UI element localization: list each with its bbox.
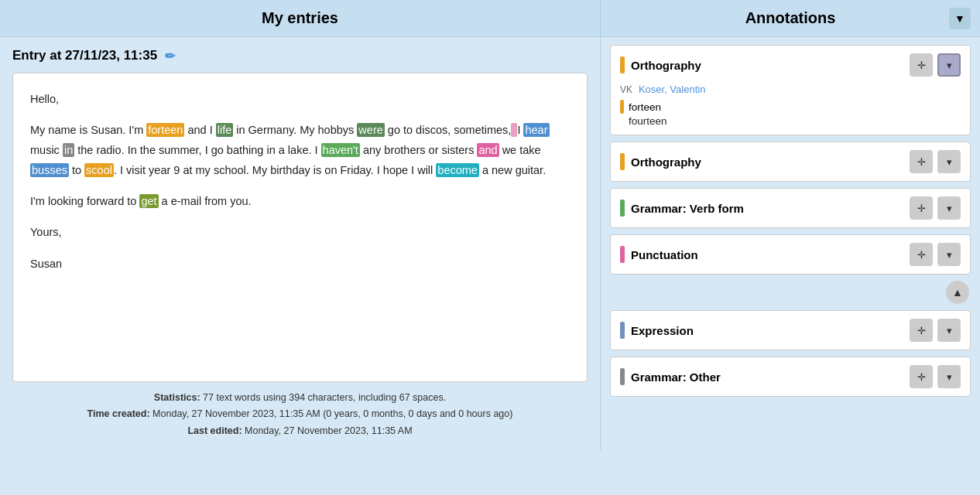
punctuation-move-button[interactable]: ✛ [910,243,933,266]
word-in[interactable]: in [63,143,74,157]
punctuation-collapse-button[interactable]: ▾ [937,243,961,266]
annotation-grammar-verb-title: Grammar: Verb form [620,200,744,217]
word-havent[interactable]: haven't [321,143,360,157]
annotation-orthography-2-title: Orthography [620,153,701,170]
annotation-punctuation-title: Punctuation [620,246,698,263]
top-header: My entries Annotations ▼ [0,0,980,37]
word-life[interactable]: life [216,123,234,137]
stats-bar: Statistics: 77 text words using 394 char… [12,390,588,439]
expression-move-button[interactable]: ✛ [910,319,933,342]
grammar-verb-label: Grammar: Verb form [631,202,744,215]
paragraph-looking: I'm looking forward to get a e-mail from… [30,191,570,211]
statistics-label: Statistics: [154,392,200,403]
author-line: VK Koser, Valentin [620,83,961,95]
annotations-dropdown-button[interactable]: ▼ [949,8,971,29]
orthography-1-label: Orthography [631,59,701,72]
word-busses[interactable]: busses [30,163,69,177]
word-hear[interactable]: hear [523,123,549,137]
punctuation-label: Punctuation [631,248,698,261]
entry-header: Entry at 27/11/23, 11:35 ✏ [12,48,588,63]
annotation-orthography-2-actions: ✛ ▾ [910,150,961,173]
annotation-orthography-1-actions: ✛ ▾ [910,53,961,77]
error-word-text: forteen [629,101,661,113]
orthography-2-label: Orthography [631,155,701,169]
annotation-grammar-other-actions: ✛ ▾ [910,365,961,388]
grammar-other-label: Grammar: Other [631,370,721,384]
annotation-orthography-1-title: Orthography [620,56,701,73]
annotation-expression: Expression ✛ ▾ [610,310,971,350]
annotation-grammar-other-title: Grammar: Other [620,368,721,385]
time-created-value: Monday, 27 November 2023, 11:35 AM (0 ye… [152,408,512,419]
left-panel: Entry at 27/11/23, 11:35 ✏ Hello, My nam… [0,37,601,450]
annotation-grammar-other: Grammar: Other ✛ ▾ [610,357,971,397]
error-word-item: forteen [620,100,961,114]
orthography-1-collapse-button[interactable]: ▾ [937,53,961,77]
annotation-expression-title: Expression [620,322,694,339]
grammar-other-collapse-button[interactable]: ▾ [937,365,961,388]
expression-label: Expression [631,324,694,337]
stats-line3: Last edited: Monday, 27 November 2023, 1… [12,423,588,439]
word-were[interactable]: were [357,123,384,137]
word-forteen[interactable]: forteen [146,123,184,137]
author-link[interactable]: Koser, Valentin [639,84,705,95]
paragraph-main: My name is Susan. I'm forteen and I life… [30,120,570,180]
annotation-expression-header: Expression ✛ ▾ [620,319,961,342]
paragraph-yours: Yours, [30,222,570,242]
right-panel: Orthography ✛ ▾ VK Koser, Valentin forte… [601,37,980,450]
orthography-1-color-bar [620,56,625,73]
orthography-2-color-bar [620,153,625,170]
author-initials: VK [620,84,632,95]
edit-icon[interactable]: ✏ [165,49,175,63]
correction-suggestion: fourteen [620,115,961,127]
annotation-punctuation-actions: ✛ ▾ [910,243,961,266]
annotation-punctuation: Punctuation ✛ ▾ [610,234,971,275]
annotation-orthography-1-body: VK Koser, Valentin forteen fourteen [620,83,961,127]
grammar-verb-color-bar [620,200,625,217]
word-and[interactable]: and [477,143,499,157]
annotation-punctuation-header: Punctuation ✛ ▾ [620,243,961,266]
grammar-other-move-button[interactable]: ✛ [910,365,933,388]
main-content: Entry at 27/11/23, 11:35 ✏ Hello, My nam… [0,37,980,450]
annotation-orthography-2: Orthography ✛ ▾ [610,142,971,182]
annotation-grammar-other-header: Grammar: Other ✛ ▾ [620,365,961,388]
annotation-expression-actions: ✛ ▾ [910,319,961,342]
word-scool[interactable]: scool [84,163,114,177]
error-bar [620,100,624,114]
entry-title: Entry at 27/11/23, 11:35 [12,48,157,63]
annotation-orthography-1-header: Orthography ✛ ▾ [620,53,961,77]
orthography-1-move-button[interactable]: ✛ [910,53,933,77]
annotation-grammar-verb-header: Grammar: Verb form ✛ ▾ [620,196,961,220]
grammar-verb-collapse-button[interactable]: ▾ [937,196,961,220]
stats-line1: Statistics: 77 text words using 394 char… [12,390,588,406]
grammar-verb-move-button[interactable]: ✛ [910,196,933,220]
stats-line2: Time created: Monday, 27 November 2023, … [12,406,588,422]
expression-color-bar [620,322,625,339]
time-created-label: Time created: [87,408,150,419]
word-become[interactable]: become [436,163,479,177]
annotation-orthography-1: Orthography ✛ ▾ VK Koser, Valentin forte… [610,45,971,135]
annotation-orthography-2-header: Orthography ✛ ▾ [620,150,961,173]
paragraph-hello: Hello, [30,89,570,109]
paragraph-susan: Susan [30,254,570,274]
expression-collapse-button[interactable]: ▾ [937,319,961,342]
orthography-2-collapse-button[interactable]: ▾ [937,150,961,173]
annotations-title: Annotations ▼ [601,0,980,36]
last-edited-label: Last edited: [187,425,242,436]
annotation-grammar-verb: Grammar: Verb form ✛ ▾ [610,188,971,228]
last-edited-value: Monday, 27 November 2023, 11:35 AM [245,425,413,436]
annotation-grammar-verb-actions: ✛ ▾ [910,196,961,220]
word-get[interactable]: get [139,194,158,208]
entry-text-box: Hello, My name is Susan. I'm forteen and… [12,73,588,382]
statistics-value: 77 text words using 394 characters, incl… [203,392,446,403]
my-entries-title: My entries [0,0,601,36]
grammar-other-color-bar [620,368,625,385]
word-comma[interactable] [511,123,517,137]
orthography-2-move-button[interactable]: ✛ [910,150,933,173]
scroll-up-button[interactable]: ▲ [946,281,969,304]
punctuation-color-bar [620,246,625,263]
